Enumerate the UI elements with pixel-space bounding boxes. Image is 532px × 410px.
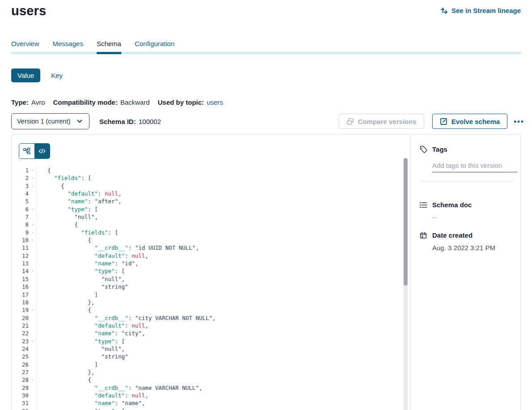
fold-toggle-icon[interactable]: ▾	[29, 174, 36, 182]
code-line: 13 "name": "id",	[12, 260, 410, 267]
code-line: 26 ]	[12, 361, 410, 368]
sidebar-divider	[421, 181, 513, 182]
line-number: 4	[12, 190, 29, 197]
fold-toggle-icon[interactable]: ▾	[29, 229, 36, 236]
code-line: 19▾ {	[12, 306, 410, 314]
tab-configuration[interactable]: Configuration	[135, 40, 174, 53]
see-in-stream-lineage-link[interactable]: See in Stream lineage	[440, 7, 521, 14]
line-number: 24	[12, 345, 29, 353]
version-select[interactable]: Version 1 (current)	[11, 113, 89, 129]
code-line: 15 "null",	[12, 275, 410, 283]
fold-spacer	[29, 314, 36, 322]
line-number: 9	[12, 229, 29, 236]
schema-doc-section: Schema doc --	[419, 201, 513, 221]
more-actions-button[interactable]: •••	[514, 118, 524, 125]
line-number: 2	[12, 174, 29, 182]
compare-versions-button[interactable]: Compare versions	[339, 114, 424, 129]
code-line: 27 },	[12, 368, 410, 376]
line-number: 22	[12, 329, 29, 337]
evolve-schema-label: Evolve schema	[451, 118, 500, 125]
code-line: 16 "string"	[12, 283, 410, 290]
line-number: 18	[12, 299, 29, 306]
fold-toggle-icon[interactable]: ▾	[29, 337, 36, 345]
fold-toggle-icon[interactable]: ▾	[29, 407, 36, 410]
code-content: "name": "id",	[36, 260, 410, 267]
code-content: "__crdb__": "city VARCHAR NOT NULL",	[36, 314, 410, 322]
code-content: {	[36, 376, 410, 384]
code-line: 30 "default": null,	[12, 392, 410, 399]
fold-spacer	[29, 353, 36, 360]
fold-spacer	[29, 283, 36, 290]
compare-versions-icon	[346, 118, 354, 125]
code-line: 32▾ "type": [	[12, 407, 410, 410]
line-number: 12	[12, 252, 29, 260]
line-number: 7	[12, 213, 29, 221]
line-number: 5	[12, 197, 29, 205]
fold-spacer	[29, 260, 36, 267]
code-content: "name": "after",	[36, 197, 410, 205]
calendar-icon	[419, 232, 427, 239]
code-line: 1▾{	[12, 167, 410, 174]
fold-spacer	[29, 213, 36, 221]
code-line: 22 "name": "city",	[12, 329, 410, 337]
key-toggle-button[interactable]: Key	[51, 72, 63, 79]
tab-messages[interactable]: Messages	[53, 40, 83, 53]
tab-bar: OverviewMessagesSchemaConfiguration	[11, 40, 174, 53]
code-content: "default": null,	[36, 392, 410, 399]
fold-toggle-icon[interactable]: ▾	[29, 182, 36, 190]
fold-spacer	[29, 392, 36, 399]
code-line: 14▾ "type": [	[12, 267, 410, 275]
code-view-button[interactable]	[34, 144, 50, 158]
code-line: 3▾ {	[12, 182, 410, 190]
fold-toggle-icon[interactable]: ▾	[29, 267, 36, 275]
code-line: 2▾ "fields": [	[12, 174, 410, 182]
evolve-schema-button[interactable]: Evolve schema	[432, 114, 507, 129]
line-number: 6	[12, 205, 29, 213]
editor-scrollbar-thumb[interactable]	[404, 158, 408, 286]
fold-spacer	[29, 275, 36, 283]
topic-link[interactable]: users	[207, 98, 223, 106]
code-content: "name": "name",	[36, 399, 410, 407]
fold-toggle-icon[interactable]: ▾	[29, 167, 36, 174]
code-content: "type": [	[36, 407, 410, 410]
schema-code-editor[interactable]: 1▾{2▾ "fields": [3▾ {4 "default": null,5…	[12, 167, 410, 410]
line-number: 17	[12, 291, 29, 299]
fold-spacer	[29, 368, 36, 376]
code-line: 25 "string"	[12, 353, 410, 360]
editor-scrollbar-track[interactable]	[404, 158, 408, 410]
line-number: 10	[12, 236, 29, 244]
list-icon	[419, 202, 427, 208]
schema-page: users See in Stream lineage OverviewMess…	[0, 0, 532, 410]
code-content: "fields": [	[36, 229, 410, 236]
fold-toggle-icon[interactable]: ▾	[29, 221, 36, 228]
code-line: 9▾ "fields": [	[12, 229, 410, 236]
line-number: 30	[12, 392, 29, 399]
type-value: Avro	[31, 98, 45, 106]
tree-view-button[interactable]	[19, 144, 34, 158]
line-number: 26	[12, 361, 29, 368]
value-toggle-button[interactable]: Value	[11, 68, 40, 82]
fold-toggle-icon[interactable]: ▾	[29, 236, 36, 244]
code-line: 12 "default": null,	[12, 252, 410, 260]
fold-toggle-icon[interactable]: ▾	[29, 376, 36, 384]
tree-view-icon	[23, 148, 30, 154]
schema-id-value: 100002	[139, 118, 161, 125]
schema-value-key-toggle: Value Key	[11, 68, 63, 82]
lineage-link-label: See in Stream lineage	[451, 7, 521, 14]
fold-spacer	[29, 291, 36, 299]
date-created-section: Date created Aug. 3 2022 3:21 PM	[419, 231, 513, 252]
code-content: "default": null,	[36, 322, 410, 329]
fold-toggle-icon[interactable]: ▾	[29, 205, 36, 213]
version-controls-row: Version 1 (current) Schema ID: 100002 Co…	[11, 113, 524, 129]
editor-view-toggle	[19, 143, 50, 159]
tab-schema[interactable]: Schema	[97, 40, 121, 53]
code-content: {	[36, 236, 410, 244]
fold-toggle-icon[interactable]: ▾	[29, 306, 36, 314]
active-tab-indicator	[97, 52, 121, 54]
tab-overview[interactable]: Overview	[11, 40, 39, 53]
code-line: 28▾ {	[12, 376, 410, 384]
date-created-title: Date created	[432, 231, 472, 239]
fold-spacer	[29, 399, 36, 407]
tags-input[interactable]	[432, 161, 517, 172]
code-content: {	[36, 221, 410, 228]
